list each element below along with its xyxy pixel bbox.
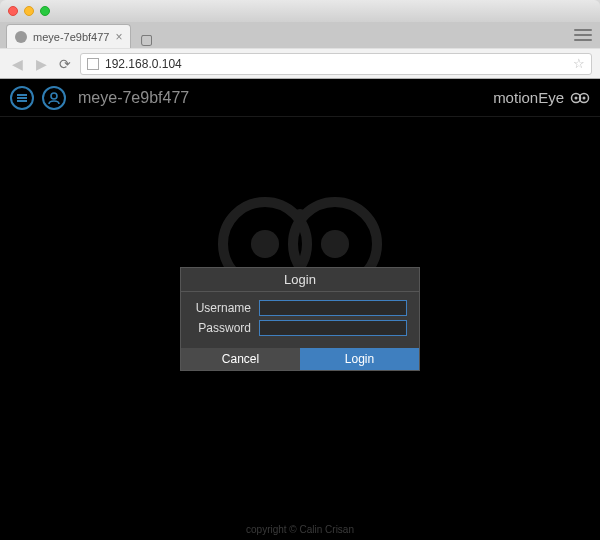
login-button[interactable]: Login (300, 348, 419, 370)
svg-point-4 (583, 96, 586, 99)
browser-chrome: meye-7e9bf477 × ▢ ◀ ▶ ⟳ 192.168.0.104 ☆ (0, 0, 600, 79)
password-row: Password (193, 320, 407, 336)
url-text: 192.168.0.104 (105, 57, 182, 71)
brand-text: motionEye (493, 89, 564, 106)
page-title: meye-7e9bf477 (78, 89, 189, 107)
svg-point-7 (251, 230, 279, 258)
svg-point-0 (51, 93, 57, 99)
cancel-button[interactable]: Cancel (181, 348, 300, 370)
user-icon[interactable] (42, 86, 66, 110)
favicon-icon (15, 31, 27, 43)
username-label: Username (193, 301, 251, 315)
password-label: Password (193, 321, 251, 335)
window-minimize-button[interactable] (24, 6, 34, 16)
page-icon (87, 58, 99, 70)
login-dialog: Login Username Password Cancel Login (180, 267, 420, 371)
username-input[interactable] (259, 300, 407, 316)
tab-close-button[interactable]: × (115, 30, 122, 44)
browser-tab[interactable]: meye-7e9bf477 × (6, 24, 131, 48)
login-dialog-body: Username Password (181, 292, 419, 348)
address-bar: ◀ ▶ ⟳ 192.168.0.104 ☆ (0, 48, 600, 78)
forward-button[interactable]: ▶ (32, 55, 50, 73)
browser-menu-icon[interactable] (574, 26, 592, 44)
back-button[interactable]: ◀ (8, 55, 26, 73)
url-field-wrapper[interactable]: 192.168.0.104 ☆ (80, 53, 592, 75)
brand-logo-icon (570, 88, 590, 108)
reload-button[interactable]: ⟳ (56, 55, 74, 73)
brand: motionEye (493, 88, 590, 108)
tab-title: meye-7e9bf477 (33, 31, 109, 43)
footer-text: copyright © Calin Crisan (0, 524, 600, 535)
menu-icon[interactable] (10, 86, 34, 110)
svg-point-3 (575, 96, 578, 99)
svg-point-8 (321, 230, 349, 258)
window-close-button[interactable] (8, 6, 18, 16)
window-titlebar (0, 0, 600, 22)
login-dialog-title: Login (181, 268, 419, 292)
app-header: meye-7e9bf477 motionEye (0, 79, 600, 117)
new-tab-button[interactable]: ▢ (135, 30, 157, 48)
traffic-lights (8, 6, 50, 16)
window-maximize-button[interactable] (40, 6, 50, 16)
login-dialog-buttons: Cancel Login (181, 348, 419, 370)
password-input[interactable] (259, 320, 407, 336)
username-row: Username (193, 300, 407, 316)
tab-bar: meye-7e9bf477 × ▢ (0, 22, 600, 48)
app-viewport: meye-7e9bf477 motionEye Login Username P (0, 79, 600, 540)
bookmark-star-icon[interactable]: ☆ (573, 56, 585, 71)
